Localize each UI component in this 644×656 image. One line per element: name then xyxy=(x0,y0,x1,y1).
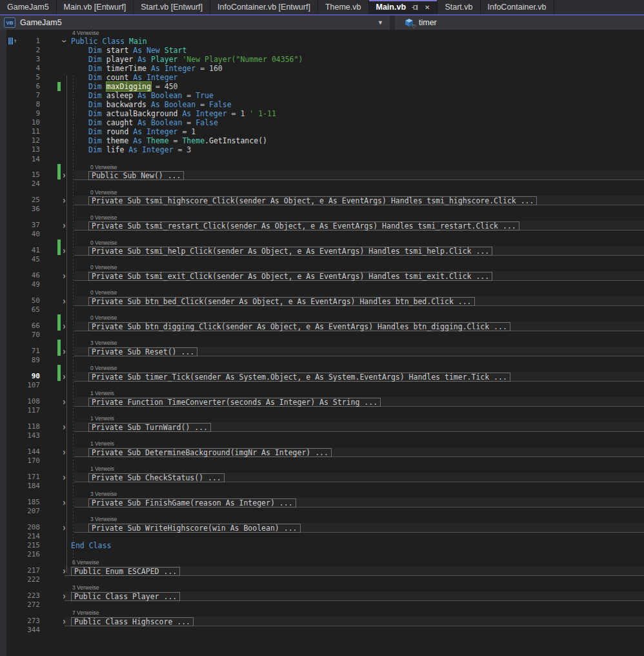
code-line-272[interactable]: 272 xyxy=(0,600,644,610)
collapsed-region-box[interactable]: Public Enum ESCAPED ... xyxy=(71,567,180,576)
collapsed-region-line-144[interactable]: 144❯Private Sub DetermineBackground(imgN… xyxy=(0,447,644,456)
code-line-12[interactable]: 12Dim theme As Theme = Theme.GetInstance… xyxy=(0,136,644,145)
codelens-references-link[interactable]: 0 Verweise xyxy=(90,365,117,372)
collapsed-code-text[interactable]: Private Sub tsmi_exit_Click(sender As Ob… xyxy=(88,271,492,280)
collapsed-region-box[interactable]: Private Sub DetermineBackground(imgNr As… xyxy=(88,448,332,457)
codelens-references-link[interactable]: 0 Verweise xyxy=(90,189,117,196)
collapsed-region-box[interactable]: Private Sub timer_Tick(sender As System.… xyxy=(88,373,510,382)
outline-expanded-chevron-icon[interactable]: ❯ xyxy=(59,37,68,45)
codelens-references-link[interactable]: 1 Verweis xyxy=(90,390,114,397)
codelens-references-link[interactable]: 0 Verweise xyxy=(90,164,117,171)
collapsed-region-box[interactable]: Private Sub FinishGame(reason As Integer… xyxy=(88,498,296,507)
outline-collapsed-chevron-icon[interactable]: ❯ xyxy=(60,591,68,600)
code-line-36[interactable]: 36 xyxy=(0,205,644,214)
tab-start.vb[interactable]: Start.vb xyxy=(438,0,480,14)
code-line-7[interactable]: 7Dim asleep As Boolean = True xyxy=(0,91,644,100)
collapsed-region-line-25[interactable]: 25❯Private Sub tsmi_highscore_Click(send… xyxy=(0,196,644,205)
collapsed-region-line-37[interactable]: 37❯Private Sub tsmi_restart_Click(sender… xyxy=(0,221,644,230)
code-text[interactable]: Dim count As Integer xyxy=(88,73,178,82)
collapsed-region-box[interactable]: Public Class Player ... xyxy=(71,592,180,601)
codelens-references-link[interactable]: 0 Verweise xyxy=(90,240,117,247)
dropdown-chevron-icon[interactable]: ▼ xyxy=(377,19,383,26)
collapsed-region-box[interactable]: Private Sub tsmi_restart_Click(sender As… xyxy=(88,221,519,231)
code-text[interactable]: Dim maxDigging = 450 xyxy=(88,82,178,91)
outline-collapsed-chevron-icon[interactable]: ❯ xyxy=(60,498,68,507)
collapsed-region-line-15[interactable]: 15❯Public Sub New() ... xyxy=(0,170,644,179)
outline-collapsed-chevron-icon[interactable]: ❯ xyxy=(60,271,68,280)
code-text[interactable]: Dim asleep As Boolean = True xyxy=(88,91,214,100)
outline-collapsed-chevron-icon[interactable]: ❯ xyxy=(60,397,68,406)
codelens-references-link[interactable]: 3 Verweise xyxy=(90,491,117,498)
collapsed-region-line-185[interactable]: 185❯Private Sub FinishGame(reason As Int… xyxy=(0,498,644,507)
outline-collapsed-chevron-icon[interactable]: ❯ xyxy=(60,422,68,431)
collapsed-region-box[interactable]: Private Sub btn_bed_Click(sender As Obje… xyxy=(88,297,475,306)
collapsed-region-box[interactable]: Public Class Highscore ... xyxy=(71,617,194,626)
outline-collapsed-chevron-icon[interactable]: ❯ xyxy=(60,296,68,305)
outline-collapsed-chevron-icon[interactable]: ❯ xyxy=(60,347,68,356)
code-line-4[interactable]: 4Dim timerTime As Integer = 160 xyxy=(0,64,644,73)
collapsed-code-text[interactable]: Private Sub btn_digging_Click(sender As … xyxy=(88,322,510,331)
collapsed-region-box[interactable]: Private Sub btn_digging_Click(sender As … xyxy=(88,322,510,331)
collapsed-region-line-46[interactable]: 46❯Private Sub tsmi_exit_Click(sender As… xyxy=(0,271,644,280)
codelens-references-link[interactable]: 1 Verweis xyxy=(90,466,114,473)
collapsed-region-box[interactable]: Private Sub WriteHighscore(win As Boolea… xyxy=(88,524,301,533)
outline-collapsed-chevron-icon[interactable]: ❯ xyxy=(60,322,68,331)
code-text[interactable]: Dim player As Player 'New Player("Nummer… xyxy=(88,55,303,64)
collapsed-region-line-273[interactable]: 273❯Public Class Highscore ... xyxy=(0,617,644,626)
outline-collapsed-chevron-icon[interactable]: ❯ xyxy=(60,617,68,626)
collapsed-code-text[interactable]: Private Function TimeConverter(seconds A… xyxy=(88,397,381,406)
code-line-45[interactable]: 45 xyxy=(0,255,644,264)
codelens-references-link[interactable]: 0 Verweise xyxy=(90,214,117,221)
collapsed-code-text[interactable]: Private Sub Reset() ... xyxy=(88,347,197,356)
collapsed-code-text[interactable]: Private Sub CheckStatus() ... xyxy=(88,473,225,482)
tab-start.vb-entwurf-[interactable]: Start.vb [Entwurf] xyxy=(134,0,210,14)
pin-icon[interactable] xyxy=(412,4,419,11)
tab-infocontainer.vb[interactable]: InfoContainer.vb xyxy=(481,0,554,14)
codelens-references-link[interactable]: 3 Verweise xyxy=(90,516,117,523)
code-line-2[interactable]: 2Dim start As New Start xyxy=(0,46,644,55)
codelens-references-link[interactable]: 7 Verweise xyxy=(72,610,99,617)
code-line-6[interactable]: 6Dim maxDigging = 450 xyxy=(0,82,644,91)
collapsed-region-box[interactable]: Public Sub New() ... xyxy=(88,171,184,180)
collapsed-code-text[interactable]: Public Enum ESCAPED ... xyxy=(71,566,180,575)
code-line-222[interactable]: 222 xyxy=(0,575,644,584)
code-line-49[interactable]: 49 xyxy=(0,280,644,289)
code-line-107[interactable]: 107 xyxy=(0,381,644,390)
outline-collapsed-chevron-icon[interactable]: ❯ xyxy=(60,473,68,482)
code-text[interactable]: Dim caught As Boolean = False xyxy=(88,118,218,127)
codelens-references-link[interactable]: 0 Verweise xyxy=(90,289,117,296)
code-text[interactable]: Dim timerTime As Integer = 160 xyxy=(88,64,223,73)
code-line-13[interactable]: 13Dim life As Integer = 3 xyxy=(0,145,644,154)
code-line-70[interactable]: 70 xyxy=(0,331,644,340)
collapsed-code-text[interactable]: Private Sub tsmi_help_Click(sender As Ob… xyxy=(88,246,492,255)
tab-gamejam5[interactable]: GameJam5 xyxy=(0,0,57,14)
outline-collapsed-chevron-icon[interactable]: ❯ xyxy=(60,221,68,230)
codelens-references-link[interactable]: 3 Verweise xyxy=(90,340,117,347)
codelens-references-link[interactable]: 6 Verweise xyxy=(72,559,99,566)
code-text[interactable]: Public Class Main xyxy=(71,37,147,46)
code-line-65[interactable]: 65 xyxy=(0,305,644,314)
collapsed-region-line-108[interactable]: 108❯Private Function TimeConverter(secon… xyxy=(0,397,644,406)
code-line-10[interactable]: 10Dim caught As Boolean = False xyxy=(0,118,644,127)
outline-collapsed-chevron-icon[interactable]: ❯ xyxy=(60,246,68,255)
code-text[interactable]: End Class xyxy=(71,541,111,550)
collapsed-region-line-223[interactable]: 223❯Public Class Player ... xyxy=(0,591,644,600)
code-line-24[interactable]: 24 xyxy=(0,179,644,189)
codelens-references-link[interactable]: 0 Verweise xyxy=(90,314,117,322)
code-line-1[interactable]: 1↑❯Public Class Main xyxy=(0,37,644,46)
code-text[interactable]: Dim life As Integer = 3 xyxy=(88,145,191,154)
codelens-references-link[interactable]: 1 Verweis xyxy=(90,440,114,447)
collapsed-code-text[interactable]: Public Sub New() ... xyxy=(88,170,184,179)
collapsed-region-line-171[interactable]: 171❯Private Sub CheckStatus() ... xyxy=(0,473,644,482)
collapsed-code-text[interactable]: Private Sub DetermineBackground(imgNr As… xyxy=(88,447,332,456)
code-text[interactable]: Dim backwards As Boolean = False xyxy=(88,100,232,109)
code-line-143[interactable]: 143 xyxy=(0,431,644,440)
outline-collapsed-chevron-icon[interactable]: ❯ xyxy=(60,372,68,381)
outline-collapsed-chevron-icon[interactable]: ❯ xyxy=(60,196,68,205)
collapsed-region-line-90[interactable]: 90❯Private Sub timer_Tick(sender As Syst… xyxy=(0,372,644,381)
collapsed-code-text[interactable]: Private Sub FinishGame(reason As Integer… xyxy=(88,498,296,507)
collapsed-code-text[interactable]: Private Sub TurnWard() ... xyxy=(88,422,211,431)
project-scope-dropdown[interactable]: VB GameJam5 ▼ xyxy=(0,15,390,30)
code-line-207[interactable]: 207 xyxy=(0,507,644,516)
codelens-references-link[interactable]: 3 Verweise xyxy=(72,584,99,591)
